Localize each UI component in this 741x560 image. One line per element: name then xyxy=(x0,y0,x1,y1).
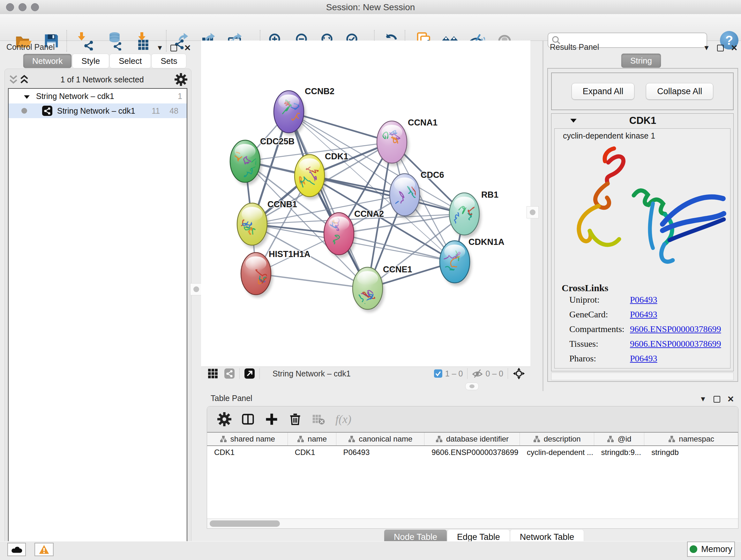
card-caret-icon[interactable] xyxy=(569,117,578,124)
network-row[interactable]: String Network – cdk1 11 48 xyxy=(9,104,187,118)
network-node-CDKN1A[interactable] xyxy=(440,241,470,283)
table-cell[interactable]: stringdb:9... xyxy=(594,446,645,459)
panel-float-icon[interactable] xyxy=(171,45,177,51)
footer-separator xyxy=(508,368,508,379)
results-panel: Results Panel ▼ ✕ String Expand All Coll… xyxy=(542,41,741,391)
panel-menu-icon[interactable]: ▼ xyxy=(156,44,163,51)
collapse-all-button[interactable]: Collapse All xyxy=(646,83,713,100)
fit-selected-icon[interactable] xyxy=(513,367,525,380)
horizontal-splitter-handle[interactable] xyxy=(465,382,479,390)
node-label-CDK1: CDK1 xyxy=(325,152,348,161)
network-node-HIST1H1A[interactable] xyxy=(241,253,271,295)
column-header-namespac[interactable]: namespac xyxy=(644,433,738,445)
column-header-description[interactable]: description xyxy=(520,433,594,445)
footer-separator xyxy=(259,368,260,379)
node-card-title: CDK1 xyxy=(578,115,708,126)
add-column-icon[interactable] xyxy=(265,412,279,426)
status-bar: Memory xyxy=(0,541,741,560)
table-cell[interactable]: CDK1 xyxy=(207,446,288,459)
control-panel-tabs: NetworkStyleSelectSets xyxy=(23,54,187,68)
panel-close-icon[interactable]: ✕ xyxy=(727,395,734,403)
left-splitter-handle[interactable] xyxy=(190,283,202,295)
network-label: String Network – cdk1 xyxy=(57,106,135,116)
tab-string[interactable]: String xyxy=(621,53,661,68)
table-options-gear-icon[interactable] xyxy=(217,412,231,426)
function-builder-icon: f(x) xyxy=(335,413,351,426)
hidden-count-icon[interactable] xyxy=(472,368,483,379)
delete-column-icon[interactable] xyxy=(288,412,302,426)
table-cell[interactable]: stringdb xyxy=(644,446,738,459)
panel-float-icon[interactable] xyxy=(714,396,720,402)
network-node-count: 11 xyxy=(151,106,160,116)
expand-all-networks-icon[interactable] xyxy=(19,74,30,85)
crosslink-value[interactable]: 9606.ENSP00000378699 xyxy=(630,324,721,339)
network-node-CDC25B[interactable] xyxy=(230,140,260,182)
selected-count-icon[interactable] xyxy=(434,369,443,378)
tab-network[interactable]: Network xyxy=(23,54,72,68)
column-header-shared-name[interactable]: shared name xyxy=(207,433,288,445)
memory-button[interactable]: Memory xyxy=(687,542,735,557)
network-edge-count: 48 xyxy=(170,106,179,116)
expand-all-button[interactable]: Expand All xyxy=(571,83,635,100)
results-scrollbar[interactable] xyxy=(551,373,734,380)
network-overview-icon[interactable] xyxy=(224,368,235,379)
column-header-database-identifier[interactable]: database identifier xyxy=(424,433,520,445)
node-label-RB1: RB1 xyxy=(481,190,498,199)
network-options-gear-icon[interactable] xyxy=(175,73,187,86)
panel-menu-icon[interactable]: ▼ xyxy=(699,395,706,402)
collection-caret-icon[interactable] xyxy=(23,93,31,99)
crosslink-label: GeneCard: xyxy=(569,309,630,324)
crosslink-value[interactable]: P06493 xyxy=(630,309,657,324)
crosslink-value[interactable]: P06493 xyxy=(630,354,657,368)
network-node-CCNB1[interactable] xyxy=(235,203,267,245)
node-label-CCNA2: CCNA2 xyxy=(354,209,384,219)
network-node-CCNA1[interactable] xyxy=(377,121,407,163)
cloud-status-button[interactable] xyxy=(7,543,26,556)
network-node-CCNE1[interactable] xyxy=(353,267,383,309)
node-label-CDC6: CDC6 xyxy=(421,170,444,180)
network-node-RB1[interactable] xyxy=(449,193,479,235)
network-collection-row[interactable]: String Network – cdk1 1 xyxy=(9,89,187,104)
network-node-CCNB2[interactable] xyxy=(274,91,304,133)
right-splitter-handle[interactable] xyxy=(527,206,539,219)
warning-icon xyxy=(38,544,50,555)
window-title: Session: New Session xyxy=(0,2,741,12)
collapse-all-networks-icon[interactable] xyxy=(8,74,19,85)
table-cell[interactable]: P06493 xyxy=(336,446,425,459)
tab-style[interactable]: Style xyxy=(72,54,109,68)
panel-close-icon[interactable]: ✕ xyxy=(184,44,191,52)
delete-table-icon xyxy=(312,412,326,426)
table-scrollbar-thumb[interactable] xyxy=(210,520,280,527)
crosslink-value[interactable]: 9606.ENSP00000378699 xyxy=(630,339,721,354)
table-row[interactable]: CDK1CDK1P064939606.ENSP00000378699cyclin… xyxy=(207,446,738,459)
birdseye-grid-icon[interactable] xyxy=(207,368,218,379)
network-selection-summary: 1 of 1 Network selected xyxy=(30,75,175,84)
tab-select[interactable]: Select xyxy=(110,54,151,68)
string-results-box: Expand All Collapse All CDK1 cyclin-depe… xyxy=(547,68,738,382)
table-cell[interactable]: cyclin-dependent ... xyxy=(520,446,594,459)
panel-close-icon[interactable]: ✕ xyxy=(731,44,738,52)
show-columns-icon[interactable] xyxy=(241,412,255,426)
table-cell[interactable]: 9606.ENSP00000378699 xyxy=(424,446,520,459)
collection-label: String Network – cdk1 xyxy=(36,91,114,101)
column-header-canonical-name[interactable]: canonical name xyxy=(336,433,425,445)
network-list-box: 1 of 1 Network selected String Network –… xyxy=(4,69,192,560)
tab-sets[interactable]: Sets xyxy=(151,54,186,68)
warnings-button[interactable] xyxy=(35,543,54,556)
crosslink-row: Tissues:9606.ENSP00000378699 xyxy=(569,339,723,354)
network-node-CDK1[interactable] xyxy=(294,154,325,197)
network-canvas[interactable]: CCNB2CCNA1CDC25BCDK1CDC6RB1CCNB1CCNA2CDK… xyxy=(201,41,530,367)
panel-menu-icon[interactable]: ▼ xyxy=(703,44,710,51)
crosslink-value[interactable]: P06493 xyxy=(630,295,657,309)
crosslink-label: Pharos: xyxy=(569,354,630,368)
node-card-header[interactable]: CDK1 xyxy=(551,114,733,128)
column-header-name[interactable]: name xyxy=(288,433,336,445)
table-cell[interactable]: CDK1 xyxy=(288,446,336,459)
protein-structure-image xyxy=(557,143,728,280)
column-header-@id[interactable]: @id xyxy=(594,433,645,445)
network-node-CCNA2[interactable] xyxy=(324,212,354,255)
node-label-CCNE1: CCNE1 xyxy=(383,265,412,274)
detach-view-icon[interactable] xyxy=(244,368,255,379)
panel-float-icon[interactable] xyxy=(717,45,724,51)
crosslinks-list: Uniprot:P06493GeneCard:P06493Compartment… xyxy=(569,295,723,368)
